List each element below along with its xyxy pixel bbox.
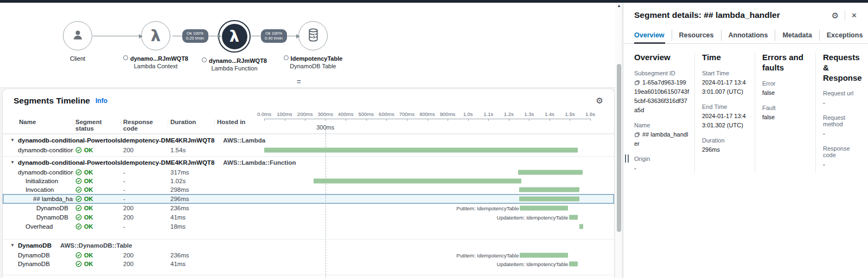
section-heading: Errors and faults (762, 53, 810, 73)
scrollbar-thumb[interactable] (617, 64, 621, 232)
user-node-circle (63, 21, 92, 50)
response-code: - (121, 178, 168, 184)
segment-status: OK (73, 205, 121, 211)
timeline-bar[interactable] (518, 170, 583, 175)
collapse-arrow-icon[interactable]: ▼ (10, 138, 18, 143)
timeline-bar[interactable] (520, 206, 568, 211)
group-row[interactable]: ▼dynamodb-conditional-PowertoolsIdempote… (3, 156, 614, 168)
duration: 1.02s (168, 178, 215, 184)
table-row[interactable]: dynamodb-conditional-P...OK-317ms (3, 168, 614, 177)
axis-tick-label: 1.5s (565, 111, 575, 117)
field-label: Request url (823, 90, 862, 96)
edge-rate: 0.40 t/min (261, 36, 287, 41)
duration: 236ms (168, 252, 215, 258)
timeline-bar[interactable] (569, 215, 577, 220)
collapse-arrow-icon[interactable]: ▼ (10, 243, 18, 248)
ok-circle-icon (75, 178, 82, 184)
table-row[interactable]: InvocationOK-298ms (3, 185, 614, 194)
column-header-duration[interactable]: Duration (168, 119, 215, 126)
table-row[interactable]: dynamodb-conditional-P...OK2001.54s (3, 146, 614, 154)
timeline-bar[interactable] (264, 148, 578, 153)
field-value: false (762, 88, 810, 98)
duration: 18ms (168, 223, 215, 230)
group-type: AWS::DynamoDB::Table (60, 242, 132, 249)
panel-gear-icon[interactable]: ⚙ (832, 11, 839, 20)
segment-name: dynamodb-conditional-P... (9, 147, 73, 153)
table-row[interactable]: DynamoDBOK20041msUpdateItem: Idempotency… (3, 212, 614, 222)
edge-arrowhead-icon (139, 34, 143, 38)
tab-exceptions[interactable]: Exceptions (819, 30, 868, 41)
table-row[interactable]: DynamoDBOK200236msPutItem: IdempotencyTa… (3, 204, 614, 212)
duration: 1.54s (168, 147, 215, 153)
field-value: - (634, 164, 689, 173)
timeline-bar[interactable] (314, 179, 521, 184)
group-type: AWS::Lambda (223, 137, 265, 144)
axis-tick-mark (346, 119, 346, 121)
column-header-hosted-in[interactable]: Hosted in (215, 119, 264, 126)
segment-name: dynamodb-conditional-P... (9, 169, 73, 176)
tab-metadata[interactable]: Metadata (775, 30, 819, 41)
segment-status: OK (73, 186, 121, 193)
node-status-dot-icon (202, 57, 207, 62)
service-map-edge (93, 36, 139, 36)
ok-circle-icon (75, 261, 82, 267)
bar-operation-label: UpdateItem: IdempotencyTable (497, 261, 569, 267)
column-header-name[interactable]: Name (9, 119, 73, 126)
info-link[interactable]: Info (95, 97, 107, 105)
axis-tick-mark (570, 119, 570, 121)
field-value: 296ms (702, 145, 749, 154)
edge-metrics-badge[interactable]: Ok 100%0.40 t/min (261, 29, 287, 43)
axis-tick-label: 1.0s (463, 111, 473, 117)
axis-tick-label: 800ms (419, 111, 435, 117)
response-code: 200 (121, 252, 168, 258)
timeline-column-labels: NameSegment statusResponse codeDurationH… (9, 119, 264, 126)
table-row[interactable]: InitializationOK-1.02s (3, 177, 614, 185)
collapse-arrow-icon[interactable]: ▼ (10, 160, 18, 165)
table-row[interactable]: ## lambda_handlerOK-296ms (3, 194, 614, 204)
node-status-dot-icon (123, 55, 128, 60)
edge-metrics-badge[interactable]: Ok 100%0.20 t/min (182, 29, 208, 43)
timeline-track (264, 146, 590, 154)
panel-section-requests-response: Requests & ResponseRequest url-Request m… (815, 53, 867, 173)
service-map-node[interactable]: IdempotencyTableDynamoDB Table (267, 21, 359, 69)
axis-tick-mark (366, 119, 367, 121)
axis-tick-mark (550, 119, 550, 121)
group-row[interactable]: ▼dynamodb-conditional-PowertoolsIdempote… (3, 134, 614, 146)
group-row[interactable]: ▼DynamoDBAWS::DynamoDB::Table (3, 239, 614, 251)
timeline-bar[interactable] (579, 224, 583, 229)
table-row[interactable]: DynamoDBOK20041msUpdateItem: Idempotency… (3, 260, 614, 268)
tab-overview[interactable]: Overview (634, 30, 672, 41)
copy-icon[interactable] (634, 79, 642, 86)
segment-status: OK (73, 196, 121, 202)
field-label: Subsegment ID (634, 70, 689, 76)
field-label: Error (762, 80, 810, 87)
column-header-response-code[interactable]: Response code (121, 119, 168, 126)
group-type: AWS::Lambda::Function (223, 159, 296, 166)
timeline-bar[interactable] (519, 197, 579, 202)
ok-circle-icon (75, 169, 82, 176)
tab-annotations[interactable]: Annotations (721, 30, 775, 41)
bar-operation-label: PutItem: IdempotencyTable (456, 253, 519, 258)
timeline-bar[interactable] (569, 262, 577, 267)
timeline-bar[interactable] (520, 253, 568, 258)
ok-circle-icon (75, 205, 82, 211)
panel-resize-handle[interactable] (625, 154, 629, 163)
tab-resources[interactable]: Resources (672, 30, 721, 41)
timeline-gear-icon[interactable]: ⚙ (596, 96, 603, 105)
table-row[interactable]: DynamoDBOK200236msPutItem: IdempotencyTa… (3, 251, 614, 260)
lambda-node-circle: λ (218, 20, 251, 53)
map-resize-handle[interactable]: = (297, 77, 301, 86)
table-row[interactable]: OverheadOK-18ms (3, 222, 614, 231)
column-header-segment-status[interactable]: Segment status (73, 119, 121, 126)
close-icon[interactable]: ✕ (851, 12, 857, 19)
axis-tick-mark (590, 119, 591, 121)
copy-icon[interactable] (634, 131, 642, 138)
timeline-bar[interactable] (519, 188, 580, 192)
panel-title: Segment details: ## lambda_handler (634, 10, 780, 20)
node-title: IdempotencyTable (267, 55, 359, 62)
response-code: 200 (121, 261, 168, 267)
axis-tick-mark (488, 119, 489, 121)
ok-circle-icon (75, 223, 82, 230)
section-heading: Time (702, 53, 749, 63)
scrollbar-up-arrow-icon[interactable]: ▲ (615, 3, 623, 8)
